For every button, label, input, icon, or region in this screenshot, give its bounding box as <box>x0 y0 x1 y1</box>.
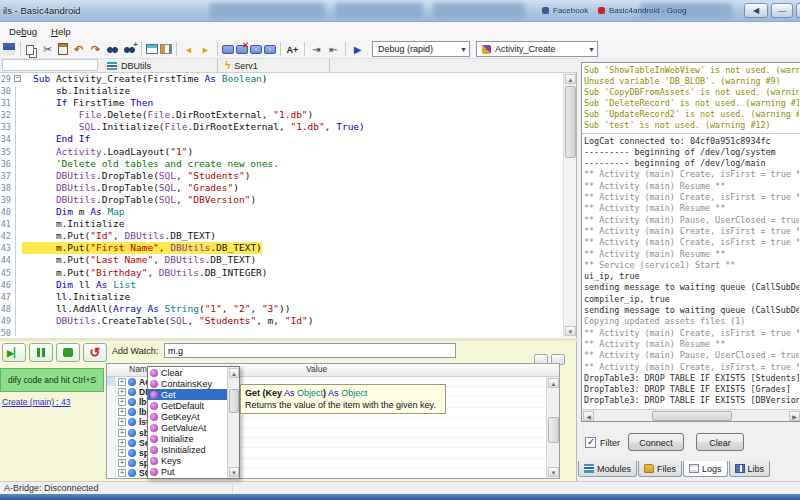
tab-label: Serv1 <box>234 61 258 71</box>
title-bar[interactable]: Facebook Basic4android - Goog ils - Basi… <box>0 0 800 22</box>
expand-icon[interactable]: + <box>118 429 126 437</box>
autocomplete-item[interactable]: Clear <box>148 367 227 378</box>
run-icon[interactable] <box>350 41 365 57</box>
comment-next-icon[interactable] <box>264 45 276 54</box>
add-watch-input[interactable] <box>164 343 456 358</box>
tab-files[interactable]: Files <box>638 461 682 477</box>
scroll-down-icon[interactable]: ▼ <box>229 467 239 477</box>
basic4android-ide-window: Facebook Basic4android - Goog ils - Basi… <box>0 0 800 500</box>
debug-restart-button[interactable]: ↺ <box>83 343 107 362</box>
nav-back-icon[interactable] <box>181 41 196 57</box>
expand-icon[interactable]: + <box>118 378 126 386</box>
connect-button[interactable]: Connect <box>628 433 684 451</box>
outdent-icon[interactable] <box>326 41 341 57</box>
redo-icon[interactable] <box>88 41 103 57</box>
expand-icon[interactable]: + <box>118 449 126 457</box>
tab-modules[interactable]: Modules <box>578 461 637 477</box>
window-button[interactable]: ◀ <box>744 3 768 18</box>
autocomplete-item[interactable]: Initialize <box>148 434 227 445</box>
tab-serv1[interactable]: ϟ Serv1 <box>218 59 330 72</box>
comment-prev-icon[interactable] <box>250 45 262 54</box>
code-text: m.Put("Id", DBUtils.DB_TEXT) <box>22 230 216 242</box>
indent-icon[interactable] <box>309 41 324 57</box>
code-line: 30 sb.Initialize <box>0 85 576 97</box>
undo-icon[interactable] <box>71 41 86 57</box>
designer-icon[interactable] <box>146 44 158 54</box>
debug-pause-button[interactable] <box>29 343 53 362</box>
autocomplete-scrollbar[interactable]: ▲ ▼ <box>227 367 239 478</box>
debug-step-button[interactable]: ▶▏ <box>2 343 26 362</box>
filter-checkbox[interactable] <box>585 437 596 448</box>
expand-icon[interactable]: + <box>118 469 126 477</box>
tab-logs[interactable]: Logs <box>683 461 728 477</box>
menu-item-debug[interactable]: Debug <box>2 24 44 39</box>
fold-margin <box>13 194 22 206</box>
expand-icon[interactable]: + <box>118 459 126 467</box>
expand-icon[interactable]: + <box>118 398 126 406</box>
font-size-icon[interactable] <box>285 41 300 57</box>
expand-icon[interactable]: + <box>118 439 126 447</box>
editor-vertical-scrollbar[interactable]: ▲ ▼ <box>563 73 576 337</box>
bridge-icon[interactable] <box>160 44 172 54</box>
scroll-down-icon[interactable]: ▼ <box>565 326 576 336</box>
autocomplete-item[interactable]: Keys <box>148 456 227 467</box>
log-output[interactable]: Sub 'ShowTableInWebView' is not used. (w… <box>581 62 800 422</box>
nav-forward-icon[interactable] <box>198 41 213 57</box>
clear-button[interactable]: Clear <box>696 433 744 451</box>
autocomplete-item[interactable]: Put <box>148 467 227 478</box>
scrollbar-thumb[interactable] <box>652 411 732 421</box>
tab-libs[interactable]: Libs <box>729 461 771 477</box>
module-tab-strip: DBUtils ϟ Serv1 <box>0 59 577 72</box>
row-selector <box>107 448 116 457</box>
comment-add-icon[interactable] <box>222 45 234 54</box>
expand-icon[interactable]: + <box>118 408 126 416</box>
scroll-right-icon[interactable]: ▶ <box>789 411 800 421</box>
scroll-left-icon[interactable]: ◀ <box>583 411 594 421</box>
comment-remove-icon[interactable] <box>236 45 248 54</box>
method-icon <box>150 391 158 399</box>
cut-icon[interactable] <box>40 41 55 57</box>
log-line: sending message to waiting queue (CallSu… <box>584 282 799 293</box>
warning-line: Sub 'CopyDBFromAssets' is not used. (war… <box>584 87 799 98</box>
watch-vertical-scrollbar[interactable]: ▲ ▼ <box>546 377 559 478</box>
scroll-up-icon[interactable]: ▲ <box>548 378 559 388</box>
autocomplete-item-label: Clear <box>161 368 183 378</box>
column-header-value[interactable]: Value <box>231 364 559 376</box>
tab-dbutils[interactable]: DBUtils <box>100 59 218 72</box>
copy-icon[interactable] <box>26 45 34 55</box>
scroll-down-icon[interactable]: ▼ <box>548 467 559 477</box>
current-location-link[interactable]: Create (main) : 43 <box>2 397 71 407</box>
maximize-button[interactable] <box>796 3 800 18</box>
log-line: --------- beginning of /dev/log/main <box>584 158 799 169</box>
autocomplete-item[interactable]: GetDefault <box>148 400 227 411</box>
expand-icon[interactable]: + <box>118 418 126 426</box>
autocomplete-item[interactable]: ContainsKey <box>148 378 227 389</box>
expand-icon[interactable]: + <box>118 388 126 396</box>
fold-collapse-icon[interactable]: − <box>14 75 21 82</box>
debug-mode-value: Debug (rapid) <box>378 44 433 54</box>
minimize-button[interactable]: — <box>771 3 793 18</box>
autocomplete-item-label: ContainsKey <box>161 379 212 389</box>
save-icon[interactable] <box>3 43 15 55</box>
debug-mode-dropdown[interactable]: Debug (rapid) ▼ <box>372 41 470 57</box>
find-next-icon[interactable] <box>122 41 137 57</box>
autocomplete-item[interactable]: Get <box>148 389 227 400</box>
code-line: 39 DBUtils.DropTable(SQL, "DBVersion") <box>0 194 576 206</box>
paste-icon[interactable] <box>58 43 68 55</box>
scrollbar-thumb[interactable] <box>548 417 559 443</box>
logs-icon <box>689 464 699 473</box>
current-sub-dropdown[interactable]: Activity_Create ▼ <box>476 41 598 57</box>
autocomplete-item[interactable]: GetKeyAt <box>148 411 227 422</box>
debug-stop-button[interactable] <box>56 343 80 362</box>
menu-item-help[interactable]: Help <box>44 24 78 39</box>
code-text: DBUtils.DropTable(SQL, "Grades") <box>22 182 239 194</box>
scroll-up-icon[interactable]: ▲ <box>229 368 239 378</box>
code-editor[interactable]: 29−Sub Activity_Create(FirstTime As Bool… <box>0 72 577 338</box>
scrollbar-thumb[interactable] <box>229 389 239 413</box>
autocomplete-item[interactable]: GetValueAt <box>148 422 227 433</box>
scrollbar-thumb[interactable] <box>565 86 576 158</box>
scroll-up-icon[interactable]: ▲ <box>565 74 576 84</box>
log-horizontal-scrollbar[interactable]: ◀ ▶ <box>582 409 800 421</box>
autocomplete-item[interactable]: IsInitialized <box>148 445 227 456</box>
find-icon[interactable] <box>105 41 120 57</box>
